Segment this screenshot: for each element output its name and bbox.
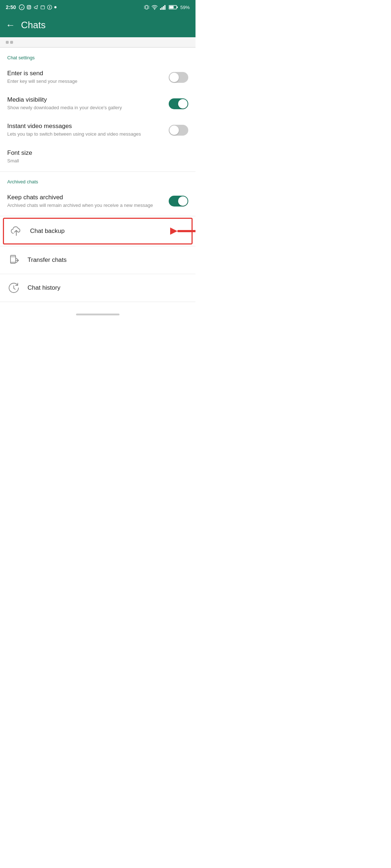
svg-marker-29 xyxy=(170,227,177,235)
notification-icons: ✓ f xyxy=(19,4,57,10)
svg-marker-5 xyxy=(34,5,38,9)
enter-is-send-text: Enter is send Enter key will send your m… xyxy=(7,70,169,85)
svg-rect-12 xyxy=(146,5,148,9)
chat-history-icon xyxy=(7,281,20,294)
svg-text:f: f xyxy=(49,6,51,9)
page-header: ← Chats xyxy=(0,14,196,37)
keep-archived-knob xyxy=(178,196,188,206)
font-size-value: Small xyxy=(7,158,181,164)
svg-text:✓: ✓ xyxy=(21,6,23,9)
enter-is-send-title: Enter is send xyxy=(7,70,161,77)
cloud-upload-icon xyxy=(10,225,22,237)
svg-rect-26 xyxy=(169,6,173,9)
media-visibility-row[interactable]: Media visibility Show newly downloaded m… xyxy=(0,90,196,117)
svg-line-34 xyxy=(16,260,18,263)
archived-chats-section: Archived chats Keep chats archived Archi… xyxy=(0,172,196,216)
media-visibility-title: Media visibility xyxy=(7,96,161,103)
svg-rect-23 xyxy=(164,5,165,10)
chat-settings-section: Chat settings Enter is send Enter key wi… xyxy=(0,48,196,171)
red-arrow-icon xyxy=(167,225,196,238)
font-size-text: Font size Small xyxy=(7,149,188,164)
dot-1 xyxy=(6,41,9,44)
chat-history-row[interactable]: Chat history xyxy=(0,274,196,302)
instant-video-toggle[interactable] xyxy=(169,125,188,136)
enter-is-send-toggle[interactable] xyxy=(169,72,188,83)
whatsapp-icon: ✓ xyxy=(19,4,25,10)
chat-backup-label: Chat backup xyxy=(30,227,64,235)
enter-is-send-subtitle: Enter key will send your message xyxy=(7,78,161,85)
red-arrow-container xyxy=(167,225,196,238)
svg-line-37 xyxy=(14,288,15,289)
keep-archived-title: Keep chats archived xyxy=(7,194,161,201)
instant-video-text: Instant video messages Lets you tap to s… xyxy=(7,123,169,137)
svg-rect-22 xyxy=(163,6,164,10)
keep-archived-text: Keep chats archived Archived chats will … xyxy=(7,194,169,209)
keep-archived-row[interactable]: Keep chats archived Archived chats will … xyxy=(0,188,196,214)
chat-backup-icon xyxy=(10,225,23,238)
svg-point-19 xyxy=(154,9,155,10)
chat-history-label: Chat history xyxy=(28,284,60,292)
battery-text: 59% xyxy=(180,5,190,10)
bottom-divider xyxy=(0,302,196,302)
enter-is-send-knob xyxy=(169,73,179,82)
font-size-title: Font size xyxy=(7,149,181,157)
chat-settings-label: Chat settings xyxy=(0,55,196,64)
enter-is-send-row[interactable]: Enter is send Enter key will send your m… xyxy=(0,64,196,90)
scroll-dots xyxy=(6,41,13,44)
wifi-icon xyxy=(151,5,158,10)
instant-video-subtitle: Lets you tap to switch between using voi… xyxy=(7,131,161,137)
transfer-chats-label: Transfer chats xyxy=(28,256,67,264)
instagram-icon xyxy=(26,5,31,10)
vibrate-icon xyxy=(144,4,149,10)
svg-rect-28 xyxy=(177,230,196,232)
section-divider-2 xyxy=(0,216,196,216)
history-icon xyxy=(8,282,19,293)
chat-backup-wrapper: Chat backup xyxy=(0,218,196,244)
page-title: Chats xyxy=(21,20,46,31)
back-button[interactable]: ← xyxy=(6,20,15,31)
scroll-hint xyxy=(0,37,196,47)
calendar-icon xyxy=(40,5,45,10)
archived-chats-label: Archived chats xyxy=(0,179,196,188)
instant-video-row[interactable]: Instant video messages Lets you tap to s… xyxy=(0,117,196,143)
svg-rect-6 xyxy=(41,6,45,9)
svg-rect-20 xyxy=(160,8,161,10)
bottom-pill xyxy=(76,314,119,315)
media-visibility-subtitle: Show newly downloaded media in your devi… xyxy=(7,105,161,111)
svg-line-33 xyxy=(16,258,18,260)
signal-icon xyxy=(160,5,167,10)
svg-rect-21 xyxy=(161,7,163,10)
instant-video-knob xyxy=(169,125,179,135)
media-visibility-text: Media visibility Show newly downloaded m… xyxy=(7,96,169,111)
status-bar: 2:50 ✓ f xyxy=(0,0,196,14)
bottom-nav-bar xyxy=(0,309,196,318)
keep-archived-subtitle: Archived chats will remain archived when… xyxy=(7,202,161,209)
svg-rect-25 xyxy=(177,7,178,8)
keep-archived-toggle[interactable] xyxy=(169,196,188,207)
dot-icon xyxy=(54,6,57,9)
chat-backup-row[interactable]: Chat backup xyxy=(3,218,193,244)
telegram-icon xyxy=(33,5,38,10)
transfer-chats-icon xyxy=(7,254,20,267)
status-time: 2:50 ✓ f xyxy=(6,4,57,10)
dot-2 xyxy=(10,41,13,44)
facebook-icon: f xyxy=(47,5,52,10)
svg-point-11 xyxy=(54,6,56,8)
media-visibility-knob xyxy=(178,99,188,109)
svg-point-3 xyxy=(28,7,30,8)
transfer-icon xyxy=(8,255,19,265)
status-right-icons: 59% xyxy=(144,4,190,10)
transfer-chats-row[interactable]: Transfer chats xyxy=(0,246,196,274)
svg-point-4 xyxy=(30,6,30,7)
instant-video-title: Instant video messages xyxy=(7,123,161,130)
font-size-row[interactable]: Font size Small xyxy=(0,144,196,170)
media-visibility-toggle[interactable] xyxy=(169,98,188,109)
battery-icon xyxy=(169,5,178,10)
